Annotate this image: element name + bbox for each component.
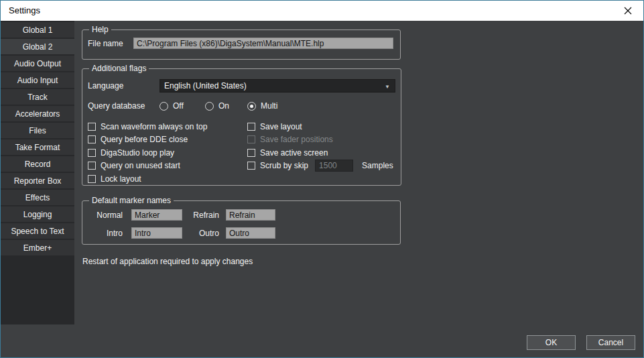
checkbox-scan-waveform[interactable]: Scan waveform always on top: [88, 120, 247, 133]
radio-on[interactable]: On: [205, 101, 247, 111]
radio-multi-circle: [247, 102, 256, 111]
additional-flags-legend: Additional flags: [89, 64, 149, 73]
sidebar-item-logging[interactable]: Logging: [1, 206, 74, 222]
outro-marker-input[interactable]: [226, 227, 275, 239]
checkbox-lock-layout[interactable]: Lock layout: [88, 172, 247, 186]
language-selected-value: English (United States): [164, 81, 247, 91]
sidebar-item-ember[interactable]: Ember+: [1, 240, 74, 255]
radio-on-circle: [205, 102, 214, 111]
checkbox-save-fader-positions: Save fader positions: [247, 133, 393, 147]
file-name-input[interactable]: [133, 38, 393, 49]
ok-button[interactable]: OK: [527, 335, 576, 350]
outro-label: Outro: [182, 229, 219, 238]
sidebar-item-take-format[interactable]: Take Format: [1, 139, 74, 155]
radio-on-label: On: [218, 101, 229, 111]
checkbox-query-before-dde[interactable]: Query before DDE close: [88, 133, 247, 147]
sidebar-item-accelerators[interactable]: Accelerators: [1, 106, 74, 121]
cancel-button[interactable]: Cancel: [586, 335, 635, 350]
checkbox-scrub-by-skip-box: [247, 162, 255, 170]
chevron-down-icon: ▼: [385, 84, 390, 90]
checkbox-lock-layout-box: [88, 175, 96, 183]
titlebar: Settings: [1, 1, 643, 21]
checkbox-scrub-by-skip[interactable]: Scrub by skip Samples: [247, 160, 393, 173]
checkbox-save-fader-positions-box: [247, 135, 255, 143]
checkbox-save-layout-box: [247, 123, 255, 131]
refrain-label: Refrain: [182, 211, 219, 220]
settings-dialog: Settings Global 1 Global 2 Audio Output …: [0, 0, 644, 358]
sidebar-item-audio-input[interactable]: Audio Input: [1, 72, 74, 88]
radio-multi[interactable]: Multi: [247, 101, 277, 111]
file-name-label: File name: [88, 39, 133, 48]
checkbox-query-unused-start[interactable]: Query on unused start: [88, 160, 247, 173]
checkbox-scan-waveform-box: [88, 123, 96, 131]
sidebar-item-effects[interactable]: Effects: [1, 190, 74, 205]
refrain-marker-input[interactable]: [226, 209, 275, 221]
help-group: Help File name: [82, 25, 401, 60]
close-icon[interactable]: [613, 1, 643, 21]
samples-label: Samples: [362, 161, 393, 170]
additional-flags-group: Additional flags Language English (Unite…: [82, 64, 401, 186]
intro-marker-input[interactable]: [131, 227, 182, 239]
help-group-legend: Help: [89, 25, 111, 34]
radio-off-circle: [159, 102, 168, 111]
checkbox-save-layout[interactable]: Save layout: [247, 120, 393, 133]
language-select[interactable]: English (United States) ▼: [159, 79, 395, 93]
language-label: Language: [88, 81, 159, 91]
marker-names-legend: Default marker names: [89, 196, 174, 205]
checkbox-save-active-screen[interactable]: Save active screen: [247, 146, 393, 160]
marker-names-group: Default marker names Normal Refrain Intr…: [82, 196, 401, 245]
checkbox-column-right: Save layout Save fader positions Save ac…: [247, 120, 393, 172]
checkbox-column-left: Scan waveform always on top Query before…: [88, 120, 247, 186]
sidebar-item-global-2[interactable]: Global 2: [1, 39, 74, 54]
query-database-label: Query database: [88, 101, 159, 111]
sidebar: Global 1 Global 2 Audio Output Audio Inp…: [1, 21, 74, 324]
radio-multi-label: Multi: [261, 101, 277, 111]
sidebar-item-reporter-box[interactable]: Reporter Box: [1, 173, 74, 188]
checkbox-digastudio-loop[interactable]: DigaStudio loop play: [88, 146, 247, 160]
sidebar-item-track[interactable]: Track: [1, 89, 74, 105]
checkbox-digastudio-loop-box: [88, 149, 96, 157]
restart-note: Restart of application required to apply…: [82, 257, 253, 266]
radio-off[interactable]: Off: [159, 101, 205, 111]
sidebar-item-record[interactable]: Record: [1, 156, 74, 172]
sidebar-item-files[interactable]: Files: [1, 123, 74, 138]
intro-label: Intro: [88, 229, 123, 238]
checkbox-query-unused-start-box: [88, 162, 96, 170]
normal-label: Normal: [88, 211, 123, 220]
normal-marker-input[interactable]: [131, 209, 182, 221]
checkbox-save-active-screen-box: [247, 149, 255, 157]
scrub-samples-input: [315, 160, 353, 172]
window-title: Settings: [9, 1, 40, 21]
sidebar-item-audio-output[interactable]: Audio Output: [1, 56, 74, 71]
checkbox-query-before-dde-box: [88, 135, 96, 143]
sidebar-item-global-1[interactable]: Global 1: [1, 22, 74, 38]
sidebar-item-speech-to-text[interactable]: Speech to Text: [1, 223, 74, 239]
radio-off-label: Off: [173, 101, 184, 111]
